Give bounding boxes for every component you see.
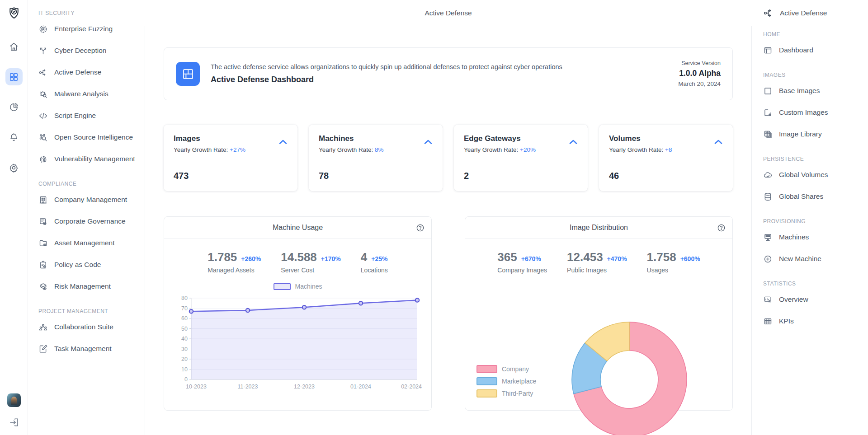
stat-card-growth: Yearly Growth Rate: +27% [174, 146, 288, 153]
item-label: Active Defense [54, 68, 101, 76]
legend-label-machines: Machines [295, 283, 322, 290]
chart-stat-managed-assets: 1.785+260%Managed Assets [208, 250, 261, 274]
rightnav-item-image-library[interactable]: Image Library [763, 123, 863, 145]
rightnav-item-custom-images[interactable]: Custom Images [763, 102, 863, 123]
help-icon[interactable] [416, 224, 425, 232]
chevron-up-icon[interactable] [278, 136, 288, 147]
sidebar-section-title: COMPLIANCE [38, 181, 140, 187]
machine-usage-title: Machine Usage [273, 224, 323, 232]
help-icon[interactable] [717, 224, 726, 232]
right-sidebar-header: Active Defense [763, 0, 863, 26]
svg-text:11-2023: 11-2023 [238, 384, 258, 390]
stat-card-images: ImagesYearly Growth Rate: +27%473 [164, 125, 297, 191]
legend-swatch-machines [274, 283, 291, 290]
line-chart-legend[interactable]: Machines [164, 283, 431, 290]
square-icon [763, 86, 773, 96]
stat-card-title: Machines [319, 134, 433, 143]
item-label: Overview [779, 295, 808, 304]
rail-item-notifications[interactable] [5, 129, 23, 146]
donut-legend-item-company[interactable]: Company [476, 365, 536, 373]
stat-card-title: Edge Gateways [464, 134, 578, 143]
sidebar-item-corporate-governance[interactable]: Corporate Governance [38, 210, 140, 232]
sidebar-item-task-management[interactable]: Task Management [38, 338, 140, 360]
rightnav-item-kpis[interactable]: KPIs [763, 310, 863, 332]
user-avatar[interactable] [7, 393, 21, 407]
rail-item-home[interactable] [5, 38, 23, 55]
rightnav-item-base-images[interactable]: Base Images [763, 80, 863, 102]
fingerprint-icon [38, 154, 48, 164]
stat-card-value: 2 [464, 171, 469, 181]
rail-item-settings[interactable] [5, 159, 23, 176]
sidebar-item-script-engine[interactable]: Script Engine [38, 105, 140, 126]
chart-stat-value: 12.453 [567, 250, 603, 264]
machine-usage-header: Machine Usage [164, 217, 431, 239]
sidebar-item-enterprise-fuzzing[interactable]: Enterprise Fuzzing [38, 18, 140, 40]
sidebar-item-policy-as-code[interactable]: Policy as Code [38, 254, 140, 276]
service-version-label: Service Version [678, 61, 721, 66]
sidebar-item-active-defense[interactable]: Active Defense [38, 61, 140, 83]
rightnav-item-global-shares[interactable]: Global Shares [763, 186, 863, 207]
rail-item-analytics[interactable] [5, 98, 23, 116]
sidebar-item-collaboration-suite[interactable]: Collaboration Suite [38, 316, 140, 338]
rightnav-item-new-machine[interactable]: New Machine [763, 248, 863, 270]
flow-icon [763, 8, 774, 19]
svg-text:0: 0 [184, 376, 188, 383]
svg-text:60: 60 [181, 315, 188, 322]
chart-stat-usages: 1.758+600%Usages [647, 250, 700, 274]
stat-card-title: Images [174, 134, 288, 143]
svg-text:02-2024: 02-2024 [401, 384, 422, 390]
rightnav-item-global-volumes[interactable]: Global Volumes [763, 164, 863, 186]
donut-chart-area: CompanyMarketplaceThird-Party [465, 274, 732, 435]
banner-app-icon-box [176, 62, 200, 86]
image-distribution-header: Image Distribution [465, 217, 732, 239]
logout-icon[interactable] [9, 417, 19, 428]
chart-stat-value: 365 [497, 250, 517, 264]
chart-report-icon [763, 295, 773, 304]
rail-item-apps[interactable] [5, 68, 23, 85]
layers-eye-icon [38, 282, 48, 291]
item-label: Company Management [54, 196, 127, 204]
sidebar-item-vulnerability-management[interactable]: Vulnerability Management [38, 148, 140, 170]
sidebar-item-cyber-deception[interactable]: Cyber Deception [38, 40, 140, 61]
donut-legend-item-third-party[interactable]: Third-Party [476, 389, 536, 398]
rightnav-item-dashboard[interactable]: Dashboard [763, 39, 863, 61]
rightnav-item-machines[interactable]: Machines [763, 226, 863, 248]
sidebar-section-title: PROJECT MANAGEMENT [38, 308, 140, 314]
chevron-up-icon[interactable] [423, 136, 434, 147]
flow-icon [38, 68, 48, 77]
machines-line-chart: 0102030405060708010-202311-202312-202301… [164, 290, 431, 394]
chart-stat-server-cost: 14.588+170%Server Cost [281, 250, 341, 274]
legend-swatch [476, 389, 497, 398]
sidebar-item-asset-management[interactable]: Asset Management [38, 232, 140, 254]
sidebar-item-malware-analysis[interactable]: Malware Analysis [38, 83, 140, 105]
chevron-up-icon[interactable] [568, 136, 579, 147]
donut-legend-item-marketplace[interactable]: Marketplace [476, 377, 536, 385]
banner-title: Active Defense Dashboard [211, 75, 562, 84]
item-label: Cyber Deception [54, 47, 106, 55]
sidebar-item-risk-management[interactable]: Risk Management [38, 276, 140, 297]
svg-text:20: 20 [181, 356, 188, 362]
sidebar-item-open-source-intelligence[interactable]: Open Source Intelligence [38, 126, 140, 148]
apps-grid-icon [9, 72, 19, 82]
service-banner: The active defense service allows organi… [164, 47, 733, 100]
dashboard-icon [763, 46, 773, 55]
sidebar-item-company-management[interactable]: Company Management [38, 189, 140, 210]
legend-swatch [476, 377, 497, 385]
stat-card-value: 473 [174, 171, 189, 181]
chart-stat-label: Server Cost [281, 267, 341, 274]
item-label: Open Source Intelligence [54, 133, 133, 141]
chevron-up-icon[interactable] [713, 136, 724, 147]
chart-stat-label: Public Images [567, 267, 627, 274]
svg-text:80: 80 [181, 295, 188, 301]
chart-stat-value: 4 [361, 250, 367, 264]
rightnav-item-overview[interactable]: Overview [763, 289, 863, 310]
chart-stat-delta: +600% [680, 255, 700, 262]
svg-text:30: 30 [181, 346, 188, 352]
rightnav-section-title: PROVISIONING [763, 218, 863, 225]
banner-text: The active defense service allows organi… [211, 63, 562, 84]
rightnav-section-title: PERSISTENCE [763, 156, 863, 162]
item-label: Image Library [779, 130, 822, 138]
legend-label: Marketplace [502, 378, 536, 385]
item-label: Global Volumes [779, 171, 828, 179]
left-sidebar: IT SECURITYEnterprise FuzzingCyber Decep… [28, 0, 145, 435]
